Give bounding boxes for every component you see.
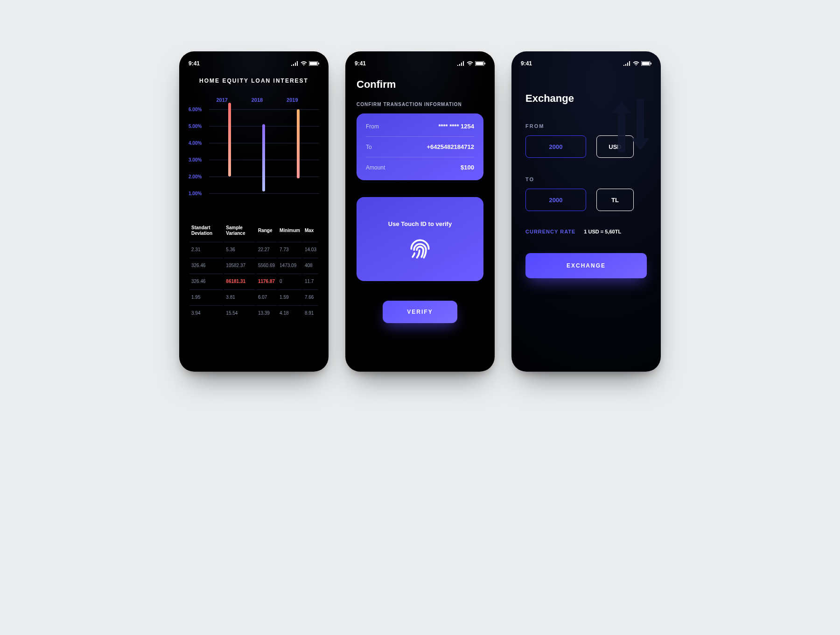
chart-x-labels: 2017 2018 2019 (204, 97, 310, 103)
table-cell: 86181.31 (224, 274, 255, 289)
table-cell: 5560.69 (256, 258, 277, 273)
to-currency-select[interactable]: TL (596, 189, 634, 211)
table-row: 1.953.816.071.597.66 (189, 289, 318, 304)
table-cell: 3.94 (189, 305, 223, 320)
wifi-icon (467, 61, 473, 66)
table-cell: 5.36 (224, 242, 255, 257)
table-row: 326.4686181.311176.87011.7 (189, 274, 318, 289)
svg-rect-5 (484, 63, 485, 64)
label: From (366, 123, 379, 130)
status-time: 9:41 (355, 60, 366, 67)
gridline (209, 193, 319, 194)
table-cell: 10582.37 (224, 258, 255, 273)
page-title: Confirm (357, 78, 483, 91)
signal-icon (457, 61, 465, 66)
status-time: 9:41 (521, 60, 532, 67)
th: Minimum (278, 222, 302, 241)
table-cell: 6.07 (256, 289, 277, 304)
exchange-button[interactable]: EXCHANGE (525, 253, 647, 278)
status-bar: 9:41 (179, 51, 329, 70)
y-tick: 6.00% (189, 107, 202, 112)
value: +642548218471​2 (427, 143, 474, 150)
table-cell: 8.91 (303, 305, 318, 320)
svg-rect-8 (651, 63, 651, 64)
year-label: 2018 (252, 97, 263, 103)
verify-button[interactable]: VERIFY (383, 301, 457, 323)
rate-value: 1 USD = 5,60TL (584, 229, 621, 234)
table-cell: 326.46 (189, 258, 223, 273)
status-bar: 9:41 (345, 51, 495, 70)
y-tick: 5.00% (189, 124, 202, 129)
touch-id-label: Use Touch ID to verify (388, 220, 452, 227)
chart-area: 6.00% 5.00% 4.00% 3.00% 2.00% 1.00% (189, 106, 319, 208)
battery-icon (309, 61, 319, 66)
svg-rect-7 (642, 62, 650, 65)
value: **** **** 1254 (438, 123, 474, 130)
svg-rect-1 (310, 62, 317, 65)
y-tick: 4.00% (189, 141, 202, 146)
battery-icon (475, 61, 485, 66)
table-row: 3.9415.5413.394.188.91 (189, 305, 318, 320)
currency-rate: CURRENCY RATE 1 USD = 5,60TL (525, 229, 647, 234)
table-cell: 15.54 (224, 305, 255, 320)
th: Sample Variance (224, 222, 255, 241)
exchange-arrows-icon (608, 86, 654, 165)
card-row-from: From **** **** 1254 (366, 116, 474, 136)
signal-icon (291, 61, 299, 66)
y-tick: 1.00% (189, 191, 202, 196)
table-cell: 14.03 (303, 242, 318, 257)
svg-rect-4 (476, 62, 483, 65)
table-cell: 3.81 (224, 289, 255, 304)
card-row-amount: Amount $100 (366, 157, 474, 177)
screen-home-equity: 9:41 HOME EQUITY LOAN INTEREST 2017 2018… (179, 51, 329, 372)
from-amount-input[interactable]: 2000 (525, 135, 586, 158)
fingerprint-icon (407, 236, 433, 262)
label: To (366, 144, 372, 150)
table-cell: 326.46 (189, 274, 223, 289)
th: Max (303, 222, 318, 241)
table-cell: 0 (278, 274, 302, 289)
signal-icon (623, 61, 631, 66)
touch-id-card[interactable]: Use Touch ID to verify (357, 197, 483, 281)
card-row-to: To +642548218471​2 (366, 136, 474, 157)
table-cell: 408 (303, 258, 318, 273)
transaction-card: From **** **** 1254 To +642548218471​2 A… (357, 113, 483, 180)
bar-2017 (228, 103, 231, 176)
wifi-icon (301, 61, 307, 66)
table-row: 2.315.3622.277.7314.03 (189, 242, 318, 257)
table-row: 326.4610582.375560.691473.09408 (189, 258, 318, 273)
y-tick: 3.00% (189, 157, 202, 162)
table-cell: 13.39 (256, 305, 277, 320)
bar-2018 (262, 124, 265, 191)
page-title: HOME EQUITY LOAN INTEREST (179, 78, 329, 84)
table-cell: 11.7 (303, 274, 318, 289)
year-label: 2017 (216, 97, 227, 103)
to-amount-input[interactable]: 2000 (525, 189, 586, 211)
th: Standart Deviation (189, 222, 223, 241)
bar-2019 (297, 109, 300, 178)
status-icons (291, 61, 319, 66)
table-cell: 1473.09 (278, 258, 302, 273)
table-cell: 1.59 (278, 289, 302, 304)
table-cell: 1.95 (189, 289, 223, 304)
table-cell: 22.27 (256, 242, 277, 257)
screen-confirm: 9:41 Confirm CONFIRM TRANSACTION INFORMA… (345, 51, 495, 372)
table-cell: 7.66 (303, 289, 318, 304)
table-cell: 4.18 (278, 305, 302, 320)
value: $100 (461, 164, 474, 171)
year-label: 2019 (287, 97, 298, 103)
status-bar: 9:41 (511, 51, 661, 70)
section-label: CONFIRM TRANSACTION INFORMATION (357, 102, 483, 107)
th: Range (256, 222, 277, 241)
table-cell: 7.73 (278, 242, 302, 257)
status-icons (457, 61, 485, 66)
svg-rect-2 (318, 63, 319, 64)
gridline (209, 109, 319, 110)
to-label: TO (525, 176, 647, 182)
table-cell: 2.31 (189, 242, 223, 257)
status-time: 9:41 (189, 60, 200, 67)
status-icons (623, 61, 651, 66)
label: Amount (366, 164, 385, 171)
table-cell: 1176.87 (256, 274, 277, 289)
y-tick: 2.00% (189, 174, 202, 179)
